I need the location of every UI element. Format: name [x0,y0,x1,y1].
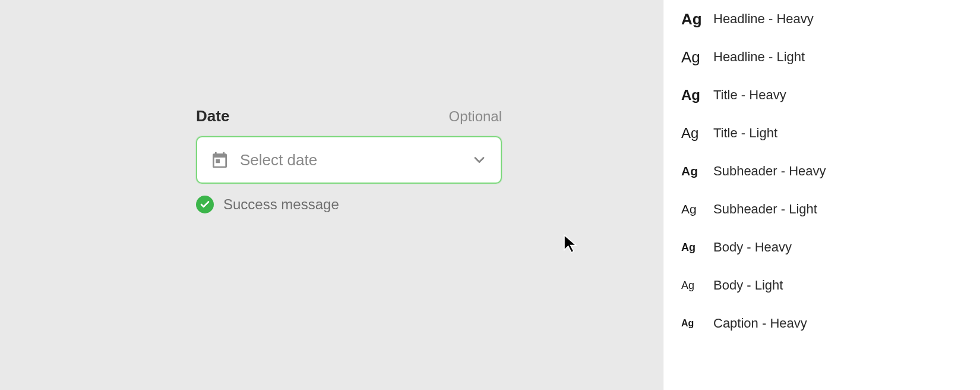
ag-sample-icon: Ag [681,10,703,29]
ag-sample-icon: Ag [681,125,703,141]
label-row: Date Optional [196,107,502,125]
optional-label: Optional [449,108,502,125]
text-style-label: Caption - Heavy [713,316,807,331]
text-styles-panel: AgHeadline - HeavyAgHeadline - LightAgTi… [663,0,980,390]
text-style-item[interactable]: AgBody - Light [681,266,980,304]
date-placeholder: Select date [240,151,471,169]
text-style-item[interactable]: AgSubheader - Heavy [681,152,980,190]
chevron-down-icon [471,152,488,168]
ag-sample-icon: Ag [681,279,703,292]
calendar-icon [210,150,229,169]
text-style-item[interactable]: AgTitle - Heavy [681,76,980,114]
text-style-label: Body - Light [713,278,783,293]
text-style-label: Title - Heavy [713,87,786,103]
ag-sample-icon: Ag [681,87,703,103]
success-check-icon [196,196,214,213]
text-style-item[interactable]: AgBody - Heavy [681,228,980,266]
date-input[interactable]: Select date [196,136,502,184]
text-style-label: Headline - Heavy [713,11,814,27]
help-text: Success message [223,196,339,213]
field-label: Date [196,107,229,125]
cursor-icon [563,234,580,256]
ag-sample-icon: Ag [681,318,703,329]
help-row: Success message [196,196,502,213]
text-style-label: Body - Heavy [713,240,792,255]
text-style-label: Subheader - Heavy [713,163,826,179]
text-style-item[interactable]: AgTitle - Light [681,114,980,152]
text-style-item[interactable]: AgHeadline - Heavy [681,0,980,38]
text-style-item[interactable]: AgCaption - Heavy [681,304,980,342]
ag-sample-icon: Ag [681,241,703,254]
date-form-group: Date Optional Select date Succe [196,107,502,213]
design-canvas[interactable]: Date Optional Select date Succe [0,0,663,390]
ag-sample-icon: Ag [681,164,703,178]
text-style-label: Headline - Light [713,49,805,65]
text-style-list: AgHeadline - HeavyAgHeadline - LightAgTi… [681,0,980,342]
text-style-item[interactable]: AgHeadline - Light [681,38,980,76]
ag-sample-icon: Ag [681,48,703,67]
text-style-item[interactable]: AgSubheader - Light [681,190,980,228]
text-style-label: Title - Light [713,125,777,141]
text-style-label: Subheader - Light [713,202,817,217]
ag-sample-icon: Ag [681,202,703,216]
